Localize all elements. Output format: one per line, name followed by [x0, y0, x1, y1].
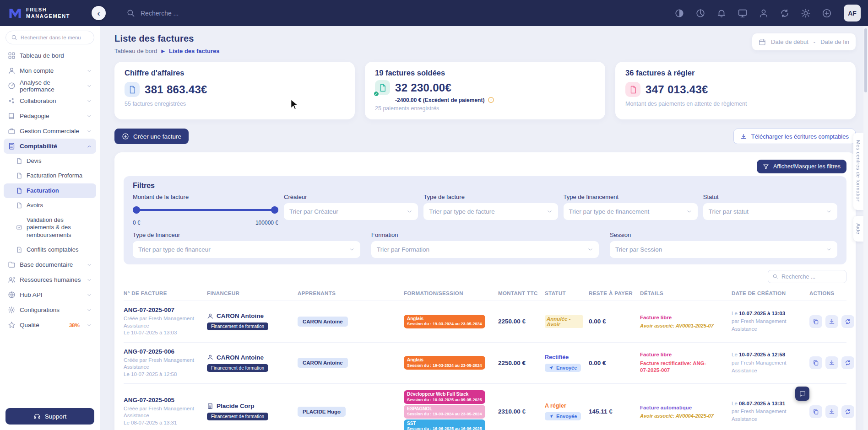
- sidebar-item-gestion-commerciale[interactable]: Gestion Commerciale: [4, 124, 96, 139]
- session-badge[interactable]: Développeur Web Full Stack Session du : …: [404, 390, 485, 404]
- col-statut[interactable]: STATUT: [545, 290, 589, 296]
- sidebar-item-conflits-comptables[interactable]: Conflits comptables: [4, 242, 96, 257]
- financeur-name[interactable]: CARON Antoine: [217, 312, 264, 319]
- financeur-name[interactable]: Placide Corp: [217, 403, 255, 409]
- type-financeur-select[interactable]: Trier par type de financeur: [133, 241, 360, 258]
- chevron-down-icon: [587, 247, 593, 253]
- amount-range-slider[interactable]: [133, 203, 278, 217]
- toggle-filters-button[interactable]: Afficher/Masquer les filtres: [757, 160, 846, 173]
- brightness-icon[interactable]: [801, 8, 811, 18]
- sync-invoice-button[interactable]: [841, 356, 854, 369]
- session-badge[interactable]: SST Session du : 16-06-2025 au 16-06-202…: [404, 419, 485, 430]
- chat-widget-button[interactable]: [795, 387, 809, 401]
- sidebar-item-comptabilite[interactable]: Comptabilité: [4, 139, 96, 154]
- side-tab-aide[interactable]: Aide: [853, 216, 863, 242]
- app-logo[interactable]: FRESH MANAGEMENT: [0, 7, 100, 20]
- pending-invoice-icon: [625, 82, 640, 97]
- invoice-number-link[interactable]: ANG-07-2025-007: [124, 306, 201, 313]
- invoice-number-link[interactable]: ANG-07-2025-005: [124, 397, 201, 403]
- invoice-number-link[interactable]: ANG-07-2025-006: [124, 348, 201, 355]
- board-icon[interactable]: [738, 8, 748, 18]
- apprenant-chip[interactable]: CARON Antoine: [298, 358, 348, 368]
- logo-line2: MANAGEMENT: [26, 13, 70, 20]
- col-montant-ttc[interactable]: MONTANT TTC: [498, 290, 545, 296]
- sidebar-item-facturation-proforma[interactable]: Facturation Proforma: [4, 168, 96, 183]
- table-search-input[interactable]: [781, 274, 842, 280]
- duplicate-invoice-button[interactable]: [809, 356, 822, 369]
- duplicate-invoice-button[interactable]: [809, 315, 822, 328]
- sidebar-item-base-documentaire[interactable]: Base documentaire: [4, 257, 96, 272]
- col-apprenants[interactable]: APPRENANTS: [298, 290, 404, 296]
- sidebar-item-configurations[interactable]: Configurations: [4, 302, 96, 317]
- apprenant-chip[interactable]: PLACIDE Hugo: [298, 407, 346, 417]
- date-end-placeholder[interactable]: Date de fin: [820, 38, 849, 45]
- download-accounting-entries-button[interactable]: Télécharger les écritures comptables: [733, 129, 856, 144]
- download-invoice-button[interactable]: [825, 405, 838, 418]
- sync-invoice-button[interactable]: [841, 405, 854, 418]
- col-date-creation[interactable]: DATE DE CRÉATION: [732, 290, 809, 296]
- sidebar-item-ressources-humaines[interactable]: Ressources humaines: [4, 272, 96, 287]
- session-select[interactable]: Trier par Session: [610, 241, 837, 258]
- type-facture-select[interactable]: Trier par type de facture: [423, 203, 558, 220]
- sidebar-search-input[interactable]: [21, 35, 89, 40]
- session-badge[interactable]: ESPAGNOL Session du : 19-03-2024 au 23-0…: [404, 405, 485, 419]
- download-invoice-button[interactable]: [825, 315, 838, 328]
- col-details[interactable]: DÉTAILS: [640, 290, 732, 296]
- financeur-name[interactable]: CARON Antoine: [217, 354, 264, 361]
- financeur-cell: CARON Antoine Financement de formation: [207, 354, 298, 372]
- notifications-bell-icon[interactable]: [716, 8, 727, 18]
- gauge-icon: [8, 82, 16, 90]
- sync-invoice-button[interactable]: [841, 315, 854, 328]
- detail-facture-rectificative[interactable]: Facture rectificative: ANG-07-2025-007: [640, 360, 711, 374]
- scrollbar-thumb[interactable]: [864, 28, 867, 92]
- createur-select[interactable]: Trier par Créateur: [284, 203, 418, 220]
- sync-icon[interactable]: [780, 8, 790, 18]
- sidebar-item-validation-paiements[interactable]: Validation des paiements & des rembourse…: [4, 213, 96, 242]
- apprenant-chip[interactable]: CARON Antoine: [298, 317, 348, 327]
- sidebar-item-label: Base documentaire: [20, 261, 73, 268]
- user-avatar[interactable]: AF: [844, 5, 861, 22]
- date-created-by: par Fresh Management Assistance: [732, 317, 804, 333]
- add-circle-icon[interactable]: [822, 8, 832, 18]
- col-financeur[interactable]: FINANCEUR: [207, 290, 298, 296]
- support-button[interactable]: Support: [5, 408, 94, 425]
- slider-handle-min[interactable]: [133, 206, 140, 214]
- sidebar-item-qualite[interactable]: Qualité 38%: [4, 317, 96, 333]
- user-profile-icon[interactable]: [759, 8, 769, 18]
- sidebar-item-collaboration[interactable]: Collaboration: [4, 93, 96, 108]
- col-numero[interactable]: N° DE FACTURE: [124, 290, 207, 296]
- slider-handle-max[interactable]: [271, 206, 278, 214]
- duplicate-invoice-button[interactable]: [809, 405, 822, 418]
- breadcrumb-home[interactable]: Tableau de bord: [114, 48, 157, 54]
- create-invoice-button[interactable]: Créer une facture: [114, 129, 189, 144]
- person-icon: [207, 354, 213, 360]
- back-button[interactable]: ‹: [92, 6, 106, 20]
- sidebar-item-tableau-de-bord[interactable]: Tableau de bord: [4, 48, 96, 63]
- session-badge[interactable]: Anglais Session du : 19-03-2024 au 23-05…: [404, 356, 485, 370]
- date-start-placeholder[interactable]: Date de début: [771, 38, 808, 45]
- sidebar-item-facturation[interactable]: Facturation: [4, 183, 96, 198]
- detail-avoir-associe[interactable]: Avoir associé: AV0004-2025-07: [640, 413, 726, 419]
- col-formation-session[interactable]: FORMATION/SESSION: [404, 290, 498, 296]
- sidebar-item-devis[interactable]: Devis: [4, 154, 96, 168]
- stat-card-factures-soldees: 19 factures soldées ✓ 32 230.00€ -2400.0…: [365, 62, 605, 119]
- download-invoice-button[interactable]: [825, 356, 838, 369]
- sidebar-item-pedagogie[interactable]: Pédagogie: [4, 108, 96, 124]
- type-financement-select[interactable]: Trier par type de financement: [564, 203, 698, 220]
- info-icon[interactable]: [488, 97, 494, 103]
- sidebar-item-avoirs[interactable]: Avoirs: [4, 198, 96, 213]
- sidebar-item-analyse-de-performance[interactable]: Analyse de performance: [4, 78, 96, 93]
- col-reste-a-payer[interactable]: RESTE À PAYER: [589, 290, 640, 296]
- sidebar-item-mon-compte[interactable]: Mon compte: [4, 63, 96, 78]
- sidebar-item-hub-api[interactable]: Hub API: [4, 287, 96, 302]
- session-badge[interactable]: Anglais Session du : 19-03-2024 au 23-05…: [404, 315, 485, 328]
- pie-chart-icon[interactable]: [695, 8, 705, 18]
- statut-select[interactable]: Trier par statut: [703, 203, 837, 220]
- contrast-icon[interactable]: [674, 8, 684, 18]
- formation-select[interactable]: Trier par Formation: [371, 241, 599, 258]
- date-range-picker[interactable]: Date de début - Date de fin: [752, 33, 856, 50]
- detail-avoir-associe[interactable]: Avoir associé: AV0001-2025-07: [640, 323, 726, 328]
- financement-type-badge: Financement de formation: [207, 413, 268, 420]
- side-tab-mes-centres[interactable]: Mes centres de formation: [853, 133, 863, 210]
- topbar-search-input[interactable]: [141, 10, 315, 17]
